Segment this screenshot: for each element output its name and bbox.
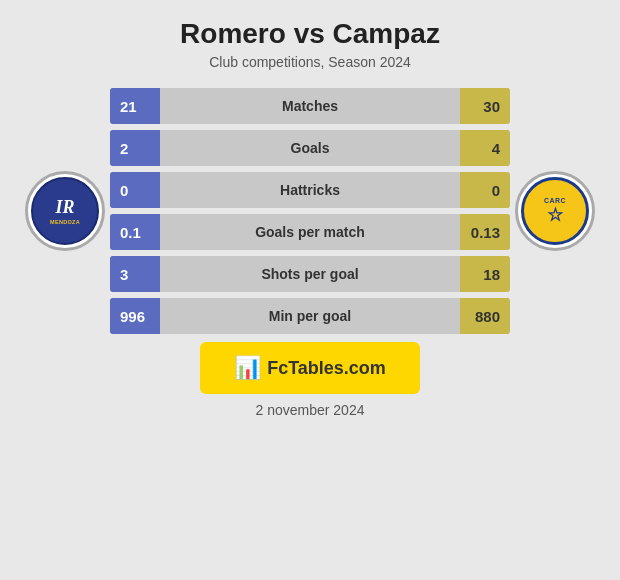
stat-row: 996Min per goal880 <box>110 298 510 334</box>
fctables-banner: 📊 FcTables.com <box>200 342 420 394</box>
right-logo-circle: CARC ☆ <box>515 171 595 251</box>
stat-right-value: 880 <box>460 298 510 334</box>
date-label: 2 november 2024 <box>256 402 365 418</box>
stat-rows: 21Matches302Goals40Hattricks00.1Goals pe… <box>110 88 510 334</box>
stat-label: Shots per goal <box>160 266 460 282</box>
stat-label: Goals <box>160 140 460 156</box>
logos-row: IR MENDOZA 21Matches302Goals40Hattricks0… <box>20 88 600 334</box>
left-logo-city: MENDOZA <box>50 219 80 225</box>
right-logo-inner: CARC ☆ <box>521 177 589 245</box>
stat-row: 0.1Goals per match0.13 <box>110 214 510 250</box>
stat-label: Min per goal <box>160 308 460 324</box>
main-title: Romero vs Campaz <box>180 18 440 50</box>
stat-right-value: 0.13 <box>460 214 510 250</box>
right-logo-top-text: CARC <box>544 197 566 204</box>
subtitle: Club competitions, Season 2024 <box>180 54 440 70</box>
stat-row: 3Shots per goal18 <box>110 256 510 292</box>
right-logo-symbol: ☆ <box>547 204 563 226</box>
stat-left-value: 996 <box>110 298 160 334</box>
left-club-logo: IR MENDOZA <box>20 166 110 256</box>
stat-right-value: 18 <box>460 256 510 292</box>
fctables-label: FcTables.com <box>267 358 386 379</box>
stat-row: 0Hattricks0 <box>110 172 510 208</box>
stat-right-value: 4 <box>460 130 510 166</box>
stat-right-value: 0 <box>460 172 510 208</box>
stat-row: 2Goals4 <box>110 130 510 166</box>
stat-row: 21Matches30 <box>110 88 510 124</box>
stat-label: Matches <box>160 98 460 114</box>
stat-left-value: 0.1 <box>110 214 160 250</box>
stat-left-value: 21 <box>110 88 160 124</box>
stat-left-value: 0 <box>110 172 160 208</box>
stat-left-value: 2 <box>110 130 160 166</box>
left-logo-circle: IR MENDOZA <box>25 171 105 251</box>
stat-label: Goals per match <box>160 224 460 240</box>
header: Romero vs Campaz Club competitions, Seas… <box>180 0 440 76</box>
left-logo-initials: IR <box>55 197 74 218</box>
stat-right-value: 30 <box>460 88 510 124</box>
stat-label: Hattricks <box>160 182 460 198</box>
fctables-chart-icon: 📊 <box>234 355 261 381</box>
stat-left-value: 3 <box>110 256 160 292</box>
right-club-logo: CARC ☆ <box>510 166 600 256</box>
comparison-section: IR MENDOZA 21Matches302Goals40Hattricks0… <box>20 88 600 334</box>
left-logo-inner: IR MENDOZA <box>31 177 99 245</box>
